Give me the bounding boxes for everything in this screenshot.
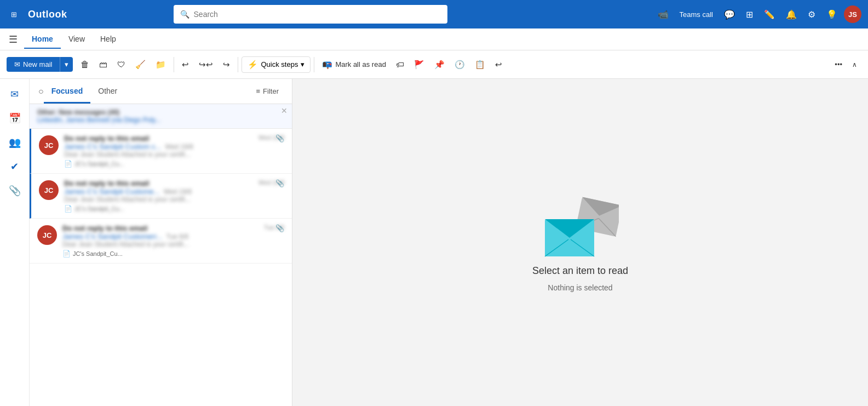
divider-1 bbox=[174, 57, 174, 72]
more-icon: ••• bbox=[835, 60, 842, 68]
app-title: Outlook bbox=[28, 9, 67, 20]
other-banner-subtitle: LinkedIn, James Bennett (via Diego Poly.… bbox=[37, 116, 284, 124]
more-options-button[interactable]: ••• bbox=[830, 58, 847, 71]
tab-focused[interactable]: Focused bbox=[44, 80, 91, 104]
snooze-button[interactable]: 🕐 bbox=[450, 57, 469, 72]
bulb-icon: 💡 bbox=[826, 9, 837, 20]
tab-help[interactable]: Help bbox=[93, 30, 124, 49]
paperclip-icon: 📎 bbox=[275, 224, 284, 232]
reading-pane: Select an item to read Nothing is select… bbox=[292, 79, 868, 406]
new-mail-button[interactable]: ✉ New mail bbox=[7, 57, 60, 72]
new-mail-dropdown-button[interactable]: ▾ bbox=[60, 57, 73, 72]
folder-tabs: ○ Focused Other ≡ Filter bbox=[30, 79, 292, 104]
delete-button[interactable]: 🗑 bbox=[76, 57, 94, 72]
bell-icon: 🔔 bbox=[786, 9, 797, 20]
mail-attachment: 📄 JC's Sandpit_Cu... bbox=[62, 250, 284, 258]
top-bar-right: 📹 Teams call 💬 ⊞ ✏️ 🔔 ⚙ 💡 JS bbox=[653, 5, 861, 23]
switch-app-button[interactable]: ⊞ bbox=[741, 6, 757, 23]
attachment-name: JC's Sandpit_Cu... bbox=[73, 250, 123, 257]
sidebar-item-attach[interactable]: 📎 bbox=[4, 180, 26, 202]
sidebar-item-tasks[interactable]: ✔ bbox=[4, 156, 26, 178]
mail-subject: James C's Sandpit Custome... Wed 19/8 bbox=[64, 187, 284, 196]
hamburger-button[interactable]: ☰ bbox=[9, 33, 18, 45]
feedback-button[interactable]: ✏️ bbox=[760, 6, 779, 23]
tag-icon: 🏷 bbox=[396, 60, 404, 69]
quick-steps-chevron-icon: ▾ bbox=[301, 60, 304, 68]
redo-button[interactable]: ↪ bbox=[219, 57, 234, 72]
sidebar-item-calendar[interactable]: 📅 bbox=[4, 107, 26, 129]
move-button[interactable]: 📁 bbox=[151, 57, 170, 72]
divider-3 bbox=[314, 57, 314, 72]
undo-button[interactable]: ↩ bbox=[177, 57, 193, 72]
tab-view[interactable]: View bbox=[61, 30, 93, 49]
circle-check-icon[interactable]: ○ bbox=[38, 87, 44, 96]
pencil-icon: ✏️ bbox=[764, 9, 775, 20]
search-input[interactable] bbox=[194, 10, 441, 19]
mail-content: Do not reply to this email Wed 19/8 Jame… bbox=[64, 134, 284, 168]
empty-state-icon bbox=[542, 193, 619, 259]
attachment-icon: 📄 bbox=[64, 160, 72, 168]
spam-button[interactable]: 🛡 bbox=[113, 57, 130, 72]
paperclip-icon: 📎 bbox=[275, 134, 284, 142]
mail-preview: Dear Jean Student Attached is your certi… bbox=[62, 241, 284, 248]
bell-button[interactable]: 🔔 bbox=[781, 6, 801, 23]
settings-button[interactable]: ⚙ bbox=[803, 6, 820, 23]
divider-2 bbox=[238, 57, 238, 72]
collapse-ribbon-button[interactable]: ∧ bbox=[848, 58, 861, 71]
help-button[interactable]: 💡 bbox=[822, 6, 842, 23]
filter-button[interactable]: ≡ Filter bbox=[252, 84, 283, 98]
mail-subject: James C's Sandpit Custom c... Wed 19/8 bbox=[64, 142, 284, 151]
mail-top-row: Do not reply to this email Wed 19/8 bbox=[64, 179, 284, 187]
sidebar-item-people[interactable]: 👥 bbox=[4, 131, 26, 153]
reply-all-button[interactable]: ↩ bbox=[491, 57, 507, 72]
archive-button[interactable]: 🗃 bbox=[95, 57, 112, 72]
banner-close-button[interactable]: ✕ bbox=[277, 104, 292, 117]
chat-button[interactable]: 💬 bbox=[720, 6, 739, 23]
video-icon: 📹 bbox=[658, 9, 669, 20]
main-layout: ✉ 📅 👥 ✔ 📎 ○ Focused Other ≡ Filter Other… bbox=[0, 79, 868, 406]
empty-state-title: Select an item to read bbox=[532, 265, 628, 277]
mail-attachment: 📄 JC's Sandpit_Cu... bbox=[64, 160, 284, 168]
lightning-icon: ⚡ bbox=[248, 60, 258, 70]
icon-sidebar: ✉ 📅 👥 ✔ 📎 bbox=[0, 79, 30, 406]
tab-home[interactable]: Home bbox=[24, 30, 61, 49]
waffle-button[interactable]: ⊞ bbox=[7, 7, 21, 22]
attachment-name: JC's Sandpit_Cu... bbox=[74, 205, 124, 212]
shield-icon: 🛡 bbox=[117, 60, 125, 69]
mail-preview: Dear Jean Student Attached is your certi… bbox=[64, 196, 284, 203]
tag-button[interactable]: 🏷 bbox=[392, 57, 409, 72]
flag-button[interactable]: 🚩 bbox=[410, 57, 429, 72]
mail-sender: Do not reply to this email bbox=[64, 134, 149, 142]
undo-all-button[interactable]: ↪↩ bbox=[194, 57, 217, 72]
undo-icon: ↩ bbox=[182, 60, 189, 70]
pin-button[interactable]: 📌 bbox=[430, 57, 449, 72]
attachment-icon: 📄 bbox=[64, 205, 72, 213]
mail-item[interactable]: JC Do not reply to this email Wed 19/8 J… bbox=[30, 129, 292, 174]
avatar[interactable]: JS bbox=[844, 5, 861, 23]
reply-icon: ↩ bbox=[495, 60, 502, 70]
move-icon: 📁 bbox=[156, 60, 166, 70]
mail-content: Do not reply to this email Tue 6/8 James… bbox=[62, 224, 284, 258]
attachment-name: JC's Sandpit_Cu... bbox=[74, 161, 124, 167]
tab-other[interactable]: Other bbox=[90, 80, 125, 104]
quick-steps-button[interactable]: ⚡ Quick steps ▾ bbox=[242, 56, 311, 73]
flag-icon: 🚩 bbox=[414, 60, 424, 70]
pin-icon: 📌 bbox=[434, 60, 445, 70]
sweep-button[interactable]: 🧹 bbox=[131, 57, 150, 72]
redo-icon: ↪ bbox=[223, 60, 230, 70]
toolbar: ✉ New mail ▾ 🗑 🗃 🛡 🧹 📁 ↩ ↪↩ ↪ ⚡ Quick st… bbox=[0, 50, 868, 79]
sidebar-item-mail[interactable]: ✉ bbox=[4, 83, 26, 105]
attachment-icon: 📄 bbox=[62, 250, 71, 258]
empty-state-subtitle: Nothing is selected bbox=[548, 283, 612, 292]
mail-top-row: Do not reply to this email Wed 19/8 bbox=[64, 134, 284, 142]
avatar: JC bbox=[37, 225, 57, 245]
mail-item[interactable]: JC Do not reply to this email Tue 6/8 Ja… bbox=[30, 219, 292, 264]
rules-button[interactable]: 📋 bbox=[470, 57, 490, 72]
mark-all-read-button[interactable]: 📭 Mark all as read bbox=[318, 57, 390, 72]
search-bar-container: 🔍 bbox=[174, 5, 447, 24]
video-call-button[interactable]: 📹 bbox=[653, 6, 673, 23]
other-banner[interactable]: Other: New messages (40) LinkedIn, James… bbox=[30, 104, 292, 129]
teams-call-button[interactable]: Teams call bbox=[675, 7, 717, 22]
mail-item[interactable]: JC Do not reply to this email Wed 19/8 J… bbox=[30, 174, 292, 219]
mail-sender: Do not reply to this email bbox=[62, 224, 147, 232]
